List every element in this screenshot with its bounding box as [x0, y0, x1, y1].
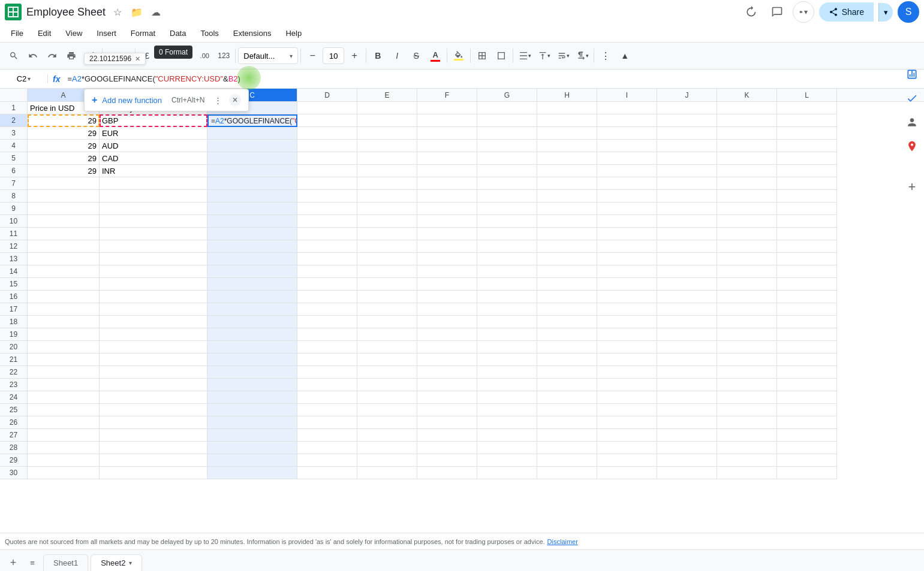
- row-header-27[interactable]: 27: [0, 429, 27, 442]
- more-formats-button[interactable]: 123: [215, 47, 233, 65]
- cell-b26[interactable]: [100, 416, 207, 429]
- cell-f12[interactable]: [417, 240, 477, 253]
- cell-k23[interactable]: [717, 379, 777, 391]
- cell-j15[interactable]: [657, 278, 717, 291]
- cell-f5[interactable]: [417, 152, 477, 165]
- cell-b23[interactable]: [100, 379, 207, 391]
- cell-h23[interactable]: [537, 379, 597, 391]
- cell-j25[interactable]: [657, 404, 717, 416]
- cell-k11[interactable]: [717, 228, 777, 240]
- cell-e16[interactable]: [357, 291, 417, 303]
- cell-a8[interactable]: [28, 190, 100, 203]
- menu-format[interactable]: Format: [125, 26, 161, 40]
- cell-a9[interactable]: [28, 203, 100, 215]
- cell-c18[interactable]: [207, 316, 297, 328]
- cell-i2[interactable]: [597, 114, 657, 127]
- cell-b25[interactable]: [100, 404, 207, 416]
- cell-l25[interactable]: [777, 404, 837, 416]
- cell-f8[interactable]: [417, 190, 477, 203]
- decrease-font-button[interactable]: −: [303, 47, 321, 65]
- cell-k21[interactable]: [717, 354, 777, 366]
- cell-k16[interactable]: [717, 291, 777, 303]
- bold-button[interactable]: B: [369, 47, 387, 65]
- row-header-17[interactable]: 17: [0, 303, 27, 316]
- cell-d30[interactable]: [297, 467, 357, 479]
- cell-c4[interactable]: [207, 140, 297, 152]
- cell-a14[interactable]: [28, 265, 100, 278]
- italic-button[interactable]: I: [388, 47, 406, 65]
- cell-f18[interactable]: [417, 316, 477, 328]
- cell-j5[interactable]: [657, 152, 717, 165]
- cell-c7[interactable]: [207, 177, 297, 190]
- cell-c8[interactable]: [207, 190, 297, 203]
- cell-a30[interactable]: [28, 467, 100, 479]
- cell-e12[interactable]: [357, 240, 417, 253]
- cell-d18[interactable]: [297, 316, 357, 328]
- cell-g21[interactable]: [477, 354, 537, 366]
- cell-g28[interactable]: [477, 442, 537, 454]
- cell-c12[interactable]: [207, 240, 297, 253]
- cell-h21[interactable]: [537, 354, 597, 366]
- cell-h5[interactable]: [537, 152, 597, 165]
- cell-b5[interactable]: CAD: [100, 152, 207, 165]
- cell-e2[interactable]: [357, 114, 417, 127]
- cell-b15[interactable]: [100, 278, 207, 291]
- cell-a12[interactable]: [28, 240, 100, 253]
- cell-f21[interactable]: [417, 354, 477, 366]
- disclaimer-link[interactable]: Disclaimer: [547, 538, 578, 545]
- cell-l11[interactable]: [777, 228, 837, 240]
- cell-d15[interactable]: [297, 278, 357, 291]
- row-header-16[interactable]: 16: [0, 291, 27, 303]
- cell-f13[interactable]: [417, 253, 477, 265]
- cell-e25[interactable]: [357, 404, 417, 416]
- cell-l1[interactable]: [777, 102, 837, 114]
- cell-h4[interactable]: [537, 140, 597, 152]
- cell-a29[interactable]: [28, 454, 100, 467]
- row-header-28[interactable]: 28: [0, 442, 27, 454]
- cell-g29[interactable]: [477, 454, 537, 467]
- row-header-5[interactable]: 5: [0, 152, 27, 165]
- menu-view[interactable]: View: [59, 26, 88, 40]
- print-button[interactable]: [62, 47, 80, 65]
- cell-f27[interactable]: [417, 429, 477, 442]
- cell-b3[interactable]: EUR: [100, 127, 207, 140]
- cell-a13[interactable]: [28, 253, 100, 265]
- cell-i25[interactable]: [597, 404, 657, 416]
- cell-g25[interactable]: [477, 404, 537, 416]
- cell-g23[interactable]: [477, 379, 537, 391]
- cell-k6[interactable]: [717, 165, 777, 177]
- cell-j10[interactable]: [657, 215, 717, 228]
- cell-e10[interactable]: [357, 215, 417, 228]
- cell-j29[interactable]: [657, 454, 717, 467]
- cloud-icon[interactable]: ☁: [149, 5, 163, 19]
- cell-j2[interactable]: [657, 114, 717, 127]
- row-header-9[interactable]: 9: [0, 203, 27, 215]
- cell-e8[interactable]: [357, 190, 417, 203]
- cell-i7[interactable]: [597, 177, 657, 190]
- cell-e13[interactable]: [357, 253, 417, 265]
- cell-c19[interactable]: [207, 328, 297, 341]
- cell-i3[interactable]: [597, 127, 657, 140]
- star-icon[interactable]: ☆: [110, 5, 125, 19]
- increase-font-button[interactable]: +: [345, 47, 363, 65]
- cell-g22[interactable]: [477, 366, 537, 379]
- cell-h11[interactable]: [537, 228, 597, 240]
- comment-button[interactable]: [766, 1, 788, 23]
- col-header-h[interactable]: H: [537, 89, 597, 101]
- cell-d28[interactable]: [297, 442, 357, 454]
- row-header-29[interactable]: 29: [0, 454, 27, 467]
- folder-icon[interactable]: 📁: [130, 5, 144, 19]
- cell-l3[interactable]: [777, 127, 837, 140]
- cell-b28[interactable]: [100, 442, 207, 454]
- cell-d10[interactable]: [297, 215, 357, 228]
- wrap-button[interactable]: ▾: [554, 47, 572, 65]
- cell-f19[interactable]: [417, 328, 477, 341]
- cell-c20[interactable]: [207, 341, 297, 354]
- cell-b24[interactable]: [100, 391, 207, 404]
- row-header-3[interactable]: 3: [0, 127, 27, 140]
- cell-c29[interactable]: [207, 454, 297, 467]
- cell-i5[interactable]: [597, 152, 657, 165]
- cell-a6[interactable]: 29: [28, 165, 100, 177]
- cell-g3[interactable]: [477, 127, 537, 140]
- cell-e29[interactable]: [357, 454, 417, 467]
